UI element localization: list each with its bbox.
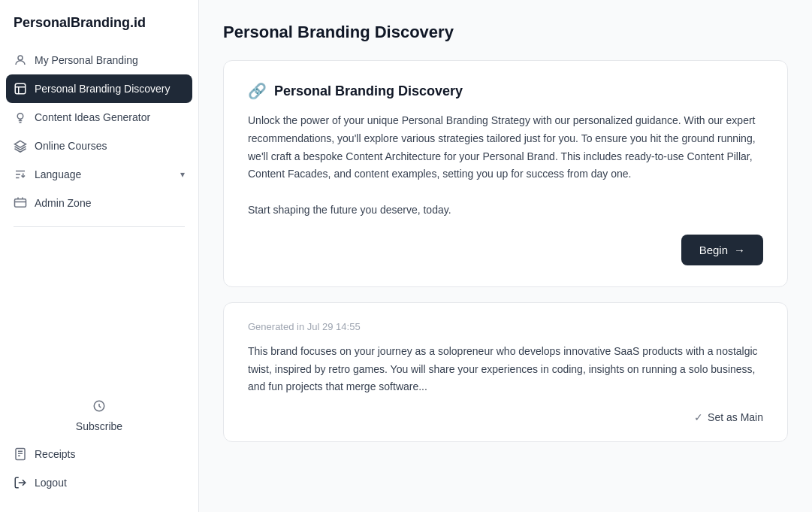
logout-icon xyxy=(14,476,27,489)
set-as-main-label: Set as Main xyxy=(708,411,763,423)
discovery-card: 🔗 Personal Branding Discovery Unlock the… xyxy=(223,60,788,287)
generated-timestamp: Generated in Jul 29 14:55 xyxy=(248,321,763,332)
sidebar-label-online-courses: Online Courses xyxy=(35,140,185,152)
sidebar-item-language[interactable]: Language ▾ xyxy=(0,160,198,189)
sidebar-label-receipts: Receipts xyxy=(35,448,185,460)
sidebar-label-logout: Logout xyxy=(35,477,185,489)
sidebar-item-personal-branding-discovery[interactable]: Personal Branding Discovery xyxy=(6,74,192,103)
card-title: Personal Branding Discovery xyxy=(274,83,463,99)
language-icon xyxy=(14,168,27,181)
arrow-right-icon: → xyxy=(734,244,745,256)
card-header: 🔗 Personal Branding Discovery xyxy=(248,82,763,100)
sidebar-item-content-ideas-generator[interactable]: Content Ideas Generator xyxy=(0,103,198,132)
generated-body: This brand focuses on your journey as a … xyxy=(248,343,763,396)
begin-button-label: Begin xyxy=(699,244,728,256)
sidebar-item-admin-zone[interactable]: Admin Zone xyxy=(0,189,198,217)
generated-footer: ✓ Set as Main xyxy=(248,411,763,423)
check-icon: ✓ xyxy=(694,411,703,423)
sidebar-divider xyxy=(14,226,185,227)
card-footer: Begin → xyxy=(248,235,763,265)
courses-icon xyxy=(14,139,27,153)
sidebar-nav: My Personal Branding Personal Branding D… xyxy=(0,46,198,497)
sidebar-label-content-ideas-generator: Content Ideas Generator xyxy=(35,111,185,123)
sidebar-item-receipts[interactable]: Receipts xyxy=(0,440,198,468)
svg-rect-1 xyxy=(15,83,26,94)
begin-button[interactable]: Begin → xyxy=(681,235,763,265)
svg-point-2 xyxy=(17,114,23,120)
set-as-main-button[interactable]: ✓ Set as Main xyxy=(694,411,763,423)
svg-point-0 xyxy=(18,56,23,60)
subscribe-icon xyxy=(92,399,106,413)
card-body: Unlock the power of your unique Personal… xyxy=(248,112,763,220)
sidebar-item-my-personal-branding[interactable]: My Personal Branding xyxy=(0,46,198,74)
sidebar: PersonalBranding.id My Personal Branding xyxy=(0,0,199,512)
sidebar-item-logout[interactable]: Logout xyxy=(0,468,198,497)
bulb-icon xyxy=(14,111,27,124)
main-content: Personal Branding Discovery 🔗 Personal B… xyxy=(199,0,812,512)
sidebar-label-subscribe: Subscribe xyxy=(76,420,122,432)
generated-card: Generated in Jul 29 14:55 This brand foc… xyxy=(223,302,788,442)
app-logo: PersonalBranding.id xyxy=(0,15,198,46)
sidebar-item-online-courses[interactable]: Online Courses xyxy=(0,132,198,160)
sidebar-label-my-personal-branding: My Personal Branding xyxy=(35,54,185,66)
svg-rect-4 xyxy=(15,199,26,208)
receipts-icon xyxy=(14,447,27,461)
sidebar-label-personal-branding-discovery: Personal Branding Discovery xyxy=(35,83,185,95)
page-title: Personal Branding Discovery xyxy=(223,23,788,42)
user-icon xyxy=(14,53,27,67)
admin-icon xyxy=(14,196,27,210)
sidebar-label-language: Language xyxy=(35,168,173,180)
link-icon: 🔗 xyxy=(248,82,267,100)
sidebar-label-admin-zone: Admin Zone xyxy=(35,197,185,209)
compass-icon xyxy=(14,82,27,95)
sidebar-item-subscribe[interactable]: Subscribe xyxy=(0,392,198,440)
chevron-down-icon: ▾ xyxy=(180,169,185,180)
